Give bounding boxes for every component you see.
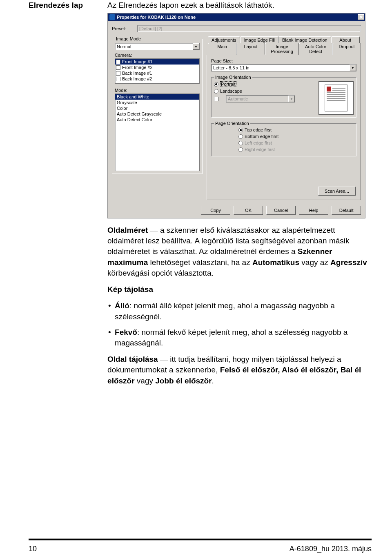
scan-area-button[interactable]: Scan Area...: [318, 187, 356, 196]
list-item[interactable]: Black and White: [115, 94, 199, 100]
mode-list[interactable]: Black and White Grayscale Color Auto Det…: [115, 94, 200, 171]
subheading: Kép tájolása: [107, 284, 372, 295]
tab-layout[interactable]: Layout: [236, 43, 265, 55]
left-edge-radio: Left edge first: [238, 140, 354, 145]
tab-auto-color-detect[interactable]: Auto Color Detect: [299, 43, 332, 55]
section-heading: Elrendezés lap: [29, 1, 83, 392]
bullet-item: Fekvő: normál fekvő képet jelenít meg, a…: [107, 327, 372, 348]
bullet-item: Álló: normál álló képet jelenít meg, aho…: [107, 301, 372, 322]
app-icon: [109, 14, 115, 20]
list-item[interactable]: Back Image #2: [115, 76, 199, 82]
tab-row-upper: Adjustments Image Edge Fill Blank Image …: [207, 36, 361, 43]
body-text: Oldalméret — a szkenner első kiválasztás…: [107, 225, 372, 386]
properties-dialog: Properties for KODAK i1120 on None ✕ Pre…: [107, 13, 365, 218]
tab-panel-layout: Page Size: Letter - 8.5 x 11 in ▼ Image …: [207, 55, 361, 200]
list-item[interactable]: Auto Detect Color: [115, 117, 199, 122]
camera-list[interactable]: ✓Front Image #1 Front Image #2 Back Imag…: [115, 58, 200, 84]
preset-value: [Default] [2]: [137, 25, 361, 32]
page-size-combo[interactable]: Letter - 8.5 x 11 in ▼: [211, 64, 356, 71]
list-item[interactable]: Back Image #1: [115, 70, 199, 76]
window-title: Properties for KODAK i1120 on None: [117, 15, 358, 20]
tab-image-edge-fill[interactable]: Image Edge Fill: [240, 36, 278, 43]
page-footer: 10 A-61809_hu 2013. május: [29, 545, 372, 553]
page-number: 10: [29, 545, 37, 553]
portrait-radio[interactable]: Portrait: [214, 81, 314, 87]
list-item[interactable]: ✓Front Image #1: [115, 59, 199, 65]
intro-text: Az Elrendezés lapon ezek a beállítások l…: [107, 1, 372, 10]
checkbox-icon: [214, 97, 218, 101]
bottom-edge-radio[interactable]: Bottom edge first: [238, 134, 354, 139]
titlebar: Properties for KODAK i1120 on None ✕: [108, 13, 365, 21]
tab-row-lower: Main Layout Image Processing Auto Color …: [207, 43, 361, 55]
cancel-button[interactable]: Cancel: [266, 206, 296, 215]
page-orientation-legend: Page Orientation: [214, 121, 250, 126]
chevron-down-icon: ▼: [350, 65, 356, 71]
ok-button[interactable]: OK: [234, 206, 263, 215]
default-button[interactable]: Default: [332, 206, 361, 215]
image-orientation-legend: Image Orientation: [214, 75, 252, 80]
chevron-down-icon: ▼: [193, 43, 199, 50]
mode-label: Mode:: [115, 88, 200, 93]
top-edge-radio[interactable]: Top edge first: [238, 127, 354, 132]
copy-button[interactable]: Copy: [201, 206, 230, 215]
landscape-radio[interactable]: Landscape: [214, 89, 314, 94]
right-edge-radio: Right edge first: [238, 147, 354, 152]
list-item[interactable]: Color: [115, 105, 199, 111]
list-item[interactable]: Front Image #2: [115, 65, 199, 70]
checkbox-icon[interactable]: [116, 65, 120, 70]
tab-about[interactable]: About: [331, 36, 360, 43]
orientation-preview: [318, 81, 354, 115]
paragraph: Oldalméret — a szkenner első kiválasztás…: [107, 225, 372, 278]
list-item[interactable]: Grayscale: [115, 100, 199, 105]
camera-label: Camera:: [115, 53, 200, 58]
page-size-value: Letter - 8.5 x 11 in: [213, 65, 350, 70]
preset-label: Preset:: [112, 26, 132, 31]
automatic-checkbox: Automatic ▼: [214, 95, 314, 102]
checkbox-icon[interactable]: [116, 77, 120, 81]
image-mode-legend: Image Mode: [115, 36, 142, 41]
image-mode-combo[interactable]: Normal ▼: [115, 43, 200, 50]
image-mode-value: Normal: [117, 44, 193, 49]
doc-id: A-61809_hu 2013. május: [290, 545, 372, 553]
tab-image-processing[interactable]: Image Processing: [265, 43, 299, 55]
paragraph: Oldal tájolása — itt tudja beállítani, h…: [107, 354, 372, 386]
image-orientation-group: Image Orientation Portrait Landscape: [211, 75, 356, 118]
footer-rule: [29, 539, 372, 541]
checkbox-icon[interactable]: [116, 71, 120, 76]
checkbox-icon[interactable]: ✓: [116, 60, 120, 64]
list-item[interactable]: Auto Detect Grayscale: [115, 111, 199, 117]
tab-blank-image-detection[interactable]: Blank Image Detection: [278, 36, 331, 43]
page-orientation-group: Page Orientation Top edge first Bottom e…: [211, 121, 356, 156]
tab-main[interactable]: Main: [208, 43, 236, 55]
tab-adjustments[interactable]: Adjustments: [208, 36, 240, 43]
page-size-label: Page Size:: [211, 58, 356, 63]
tab-dropout[interactable]: Dropout: [332, 43, 361, 55]
dialog-button-row: Copy OK Cancel Help Default: [108, 203, 365, 218]
help-button[interactable]: Help: [299, 206, 328, 215]
chevron-down-icon: ▼: [288, 96, 295, 102]
close-button[interactable]: ✕: [358, 14, 364, 20]
image-mode-group: Image Mode Normal ▼ Camera: ✓Front Image…: [112, 36, 203, 174]
